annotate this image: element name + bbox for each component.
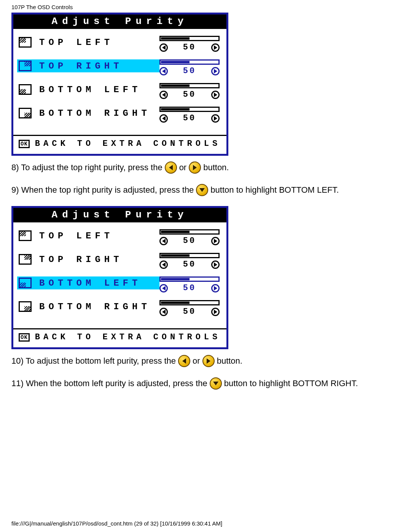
corner-top-right-icon xyxy=(19,61,32,71)
value-number: 50 xyxy=(183,307,196,316)
text: 8) To adjust the top right purity, press… xyxy=(11,161,162,174)
value-bar xyxy=(159,253,220,258)
value-number: 50 xyxy=(183,113,196,123)
osd-panel-2: Adjust Purity TOP LEFT 50 xyxy=(11,206,228,349)
row-label: TOP RIGHT xyxy=(39,254,123,265)
value-bar xyxy=(159,59,220,65)
value-number: 50 xyxy=(183,90,196,99)
row-label: BOTTOM LEFT xyxy=(39,278,141,288)
page-footer: file:///G|/manual/english/107P/osd/osd_c… xyxy=(11,520,222,527)
value-number: 50 xyxy=(183,236,196,246)
divider xyxy=(13,135,226,136)
osd-row-top-left[interactable]: TOP LEFT 50 xyxy=(17,229,223,253)
down-arrow-icon xyxy=(196,184,208,196)
value-bar xyxy=(159,276,220,282)
osd-footer[interactable]: OK BACK TO EXTRA CONTROLS xyxy=(17,332,223,344)
text: 11) When the bottom left purity is adjus… xyxy=(11,377,207,390)
increase-button[interactable] xyxy=(211,43,220,52)
osd-row-bottom-right[interactable]: BOTTOM RIGHT 50 xyxy=(17,300,223,324)
decrease-button[interactable] xyxy=(159,284,168,292)
left-arrow-icon xyxy=(165,161,177,174)
increase-button[interactable] xyxy=(211,237,220,245)
right-arrow-icon xyxy=(202,355,215,367)
value-number: 50 xyxy=(183,283,196,293)
corner-top-left-icon xyxy=(19,37,32,48)
decrease-button[interactable] xyxy=(159,237,168,245)
right-arrow-icon xyxy=(189,161,201,174)
osd-row-bottom-left[interactable]: BOTTOM LEFT 50 xyxy=(17,83,223,107)
increase-button[interactable] xyxy=(211,67,220,75)
increase-button[interactable] xyxy=(211,308,220,316)
decrease-button[interactable] xyxy=(159,114,168,123)
decrease-button[interactable] xyxy=(159,43,168,52)
footer-text: BACK TO EXTRA CONTROLS xyxy=(35,139,221,149)
corner-bottom-left-icon xyxy=(19,84,32,95)
down-arrow-icon xyxy=(210,377,222,390)
osd-row-top-right[interactable]: TOP RIGHT 50 xyxy=(17,59,223,83)
page-header: 107P The OSD Controls xyxy=(11,4,400,10)
osd-row-top-left[interactable]: TOP LEFT 50 xyxy=(17,36,223,59)
osd-row-bottom-left[interactable]: BOTTOM LEFT 50 xyxy=(17,276,223,300)
instruction-9: 9) When the top right purity is adjusted… xyxy=(11,184,400,196)
value-bar xyxy=(159,36,220,41)
value-bar xyxy=(159,83,220,88)
divider xyxy=(13,328,226,329)
corner-bottom-right-icon xyxy=(19,108,32,118)
value-number: 50 xyxy=(183,43,196,52)
increase-button[interactable] xyxy=(211,284,220,292)
osd-panel-1: Adjust Purity TOP LEFT 50 xyxy=(11,13,228,156)
footer-text: BACK TO EXTRA CONTROLS xyxy=(35,332,221,342)
row-label: BOTTOM LEFT xyxy=(39,85,141,95)
text: or xyxy=(193,355,200,367)
row-label: BOTTOM RIGHT xyxy=(39,302,151,312)
osd-row-bottom-right[interactable]: BOTTOM RIGHT 50 xyxy=(17,107,223,130)
corner-top-right-icon xyxy=(19,254,32,265)
osd-row-top-right[interactable]: TOP RIGHT 50 xyxy=(17,253,223,276)
increase-button[interactable] xyxy=(211,260,220,269)
row-label: BOTTOM RIGHT xyxy=(39,108,151,118)
instruction-10: 10) To adjust the bottom left purity, pr… xyxy=(11,355,400,367)
osd-title: Adjust Purity xyxy=(13,14,226,29)
decrease-button[interactable] xyxy=(159,91,168,99)
ok-icon: OK xyxy=(19,140,30,148)
value-bar xyxy=(159,300,220,305)
text: 9) When the top right purity is adjusted… xyxy=(11,184,194,196)
value-bar xyxy=(159,107,220,112)
left-arrow-icon xyxy=(178,355,190,367)
row-label: TOP LEFT xyxy=(39,37,113,48)
row-label: TOP LEFT xyxy=(39,231,113,241)
increase-button[interactable] xyxy=(211,114,220,123)
corner-top-left-icon xyxy=(19,230,32,241)
row-label: TOP RIGHT xyxy=(39,61,123,71)
text: button to highlight BOTTOM LEFT. xyxy=(210,184,339,196)
text: 10) To adjust the bottom left purity, pr… xyxy=(11,355,176,367)
text: button. xyxy=(203,161,229,174)
increase-button[interactable] xyxy=(211,91,220,99)
instruction-8: 8) To adjust the top right purity, press… xyxy=(11,161,400,174)
text: or xyxy=(179,161,187,174)
corner-bottom-left-icon xyxy=(19,278,32,288)
corner-bottom-right-icon xyxy=(19,301,32,312)
value-number: 50 xyxy=(183,260,196,269)
decrease-button[interactable] xyxy=(159,308,168,316)
decrease-button[interactable] xyxy=(159,67,168,75)
instruction-11: 11) When the bottom left purity is adjus… xyxy=(11,377,400,390)
text: button. xyxy=(217,355,242,367)
osd-title: Adjust Purity xyxy=(13,208,226,222)
ok-icon: OK xyxy=(19,333,30,342)
osd-footer[interactable]: OK BACK TO EXTRA CONTROLS xyxy=(17,139,223,151)
value-bar xyxy=(159,229,220,235)
decrease-button[interactable] xyxy=(159,260,168,269)
text: button to highlight BOTTOM RIGHT. xyxy=(224,377,358,390)
value-number: 50 xyxy=(183,66,196,76)
